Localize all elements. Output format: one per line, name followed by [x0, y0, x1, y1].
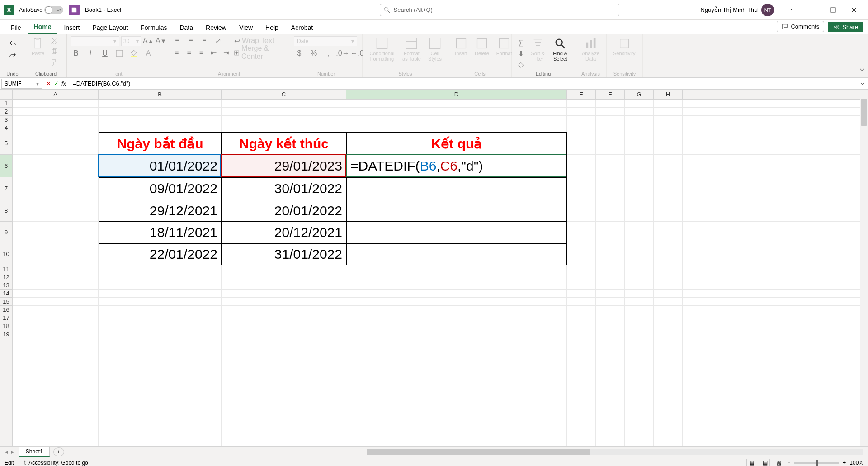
tab-file[interactable]: File [5, 21, 28, 34]
cell-D8[interactable] [346, 200, 567, 222]
spreadsheet-grid[interactable]: ABCDEFGH 12345678910111213141516171819 N… [0, 90, 868, 446]
vertical-scroll-thumb[interactable] [861, 99, 867, 126]
page-break-view-button[interactable]: ▧ [774, 459, 783, 466]
tab-data[interactable]: Data [173, 21, 199, 34]
undo-button[interactable] [7, 39, 18, 48]
cell-B10[interactable]: 22/01/2022 [99, 243, 222, 265]
cells-area[interactable]: Ngày bắt đầuNgày kết thúcKết quả01/01/20… [13, 100, 860, 446]
cell-styles-button[interactable]: Cell Styles [425, 36, 444, 62]
name-box[interactable]: SUMIF▾ [1, 79, 42, 89]
search-input[interactable]: Search (Alt+Q) [380, 4, 619, 16]
cell-C5[interactable]: Ngày kết thúc [222, 132, 346, 155]
cell-B6[interactable]: 01/01/2022 [99, 155, 222, 177]
insert-cells-button[interactable]: Insert [452, 36, 470, 57]
column-header-H[interactable]: H [654, 90, 683, 99]
horizontal-scroll-thumb[interactable] [367, 449, 590, 455]
cell-C7[interactable]: 30/01/2022 [222, 177, 346, 200]
tab-help[interactable]: Help [259, 21, 285, 34]
row-header-16[interactable]: 16 [0, 306, 12, 314]
font-color-button[interactable]: A [143, 49, 154, 58]
column-header-B[interactable]: B [99, 90, 222, 99]
autosave-toggle[interactable]: Off [44, 6, 63, 14]
cell-C10[interactable]: 31/01/2022 [222, 243, 346, 265]
save-icon[interactable] [69, 5, 80, 15]
redo-button[interactable] [7, 51, 18, 60]
tab-page-layout[interactable]: Page Layout [86, 21, 134, 34]
collapse-ribbon-icon[interactable] [859, 67, 865, 75]
font-name-select[interactable]: ▾ [71, 36, 119, 46]
align-middle-button[interactable]: ≡ [185, 36, 196, 45]
align-left-button[interactable]: ≡ [172, 48, 181, 57]
vertical-scrollbar[interactable] [860, 90, 868, 446]
zoom-out-button[interactable]: − [787, 460, 790, 466]
cell-C9[interactable]: 20/12/2021 [222, 222, 346, 243]
tab-view[interactable]: View [233, 21, 259, 34]
clear-button[interactable]: ◇ [515, 60, 526, 69]
format-cells-button[interactable]: Format [494, 36, 515, 57]
font-size-select[interactable]: 30▾ [121, 36, 141, 46]
new-sheet-button[interactable]: + [53, 447, 64, 456]
row-header-10[interactable]: 10 [0, 243, 12, 265]
increase-decimal-button[interactable]: .0→ [337, 49, 348, 58]
cell-B7[interactable]: 09/01/2022 [99, 177, 222, 200]
italic-button[interactable]: I [85, 49, 96, 58]
row-header-9[interactable]: 9 [0, 222, 12, 243]
column-header-D[interactable]: D [346, 90, 567, 99]
sheet-nav-next[interactable]: ► [10, 449, 15, 455]
row-header-7[interactable]: 7 [0, 177, 12, 200]
align-bottom-button[interactable]: ≡ [199, 36, 210, 45]
formula-input[interactable]: =DATEDIF(B6,C6,"d") [69, 80, 857, 87]
increase-font-button[interactable]: A▲ [143, 36, 154, 45]
sheet-nav-prev[interactable]: ◄ [4, 449, 9, 455]
row-header-13[interactable]: 13 [0, 281, 12, 290]
share-button[interactable]: Share [828, 22, 863, 32]
insert-function-button[interactable]: fx [61, 80, 66, 87]
row-header-17[interactable]: 17 [0, 314, 12, 322]
decrease-font-button[interactable]: A▼ [156, 36, 166, 45]
close-icon[interactable] [844, 3, 864, 17]
sort-filter-button[interactable]: Sort & Filter [528, 36, 548, 62]
cell-D10[interactable] [346, 243, 567, 265]
fill-color-button[interactable] [128, 49, 139, 58]
analyze-data-button[interactable]: Analyze Data [579, 36, 603, 62]
row-header-8[interactable]: 8 [0, 200, 12, 222]
row-header-5[interactable]: 5 [0, 132, 12, 155]
row-header-14[interactable]: 14 [0, 290, 12, 298]
sensitivity-button[interactable]: Sensitivity [610, 36, 638, 57]
ribbon-display-icon[interactable] [781, 3, 802, 17]
cell-D9[interactable] [346, 222, 567, 243]
bold-button[interactable]: B [71, 49, 81, 58]
autosum-button[interactable]: ∑ [515, 38, 526, 47]
decrease-decimal-button[interactable]: ←.0 [352, 49, 363, 58]
format-as-table-button[interactable]: Format as Table [400, 36, 424, 62]
conditional-formatting-button[interactable]: Conditional Formatting [366, 36, 398, 62]
row-header-4[interactable]: 4 [0, 124, 12, 132]
row-header-15[interactable]: 15 [0, 298, 12, 306]
cell-D5[interactable]: Kết quả [346, 132, 567, 155]
column-header-C[interactable]: C [222, 90, 346, 99]
cell-D6[interactable]: =DATEDIF(B6,C6,"d") [346, 155, 567, 177]
orientation-button[interactable]: ⤢ [212, 36, 223, 45]
row-header-2[interactable]: 2 [0, 108, 12, 116]
border-button[interactable] [114, 49, 125, 58]
column-header-F[interactable]: F [596, 90, 625, 99]
format-painter-button[interactable] [49, 58, 60, 67]
row-header-6[interactable]: 6 [0, 155, 12, 177]
enter-formula-button[interactable]: ✓ [54, 80, 59, 87]
expand-formula-bar-button[interactable] [857, 81, 868, 86]
delete-cells-button[interactable]: Delete [472, 36, 492, 57]
column-header-A[interactable]: A [13, 90, 99, 99]
comments-button[interactable]: Comments [777, 21, 824, 32]
wrap-text-button[interactable]: ↩Wrap Text [234, 36, 274, 45]
cell-B8[interactable]: 29/12/2021 [99, 200, 222, 222]
align-top-button[interactable]: ≡ [172, 36, 183, 45]
merge-center-button[interactable]: ⊞Merge & Center [234, 48, 286, 57]
sheet-tab-sheet1[interactable]: Sheet1 [19, 447, 50, 457]
fill-button[interactable]: ⬇ [515, 49, 526, 58]
status-accessibility[interactable]: Accessibility: Good to go [22, 460, 88, 466]
row-header-12[interactable]: 12 [0, 273, 12, 281]
column-header-E[interactable]: E [567, 90, 596, 99]
cut-button[interactable] [49, 36, 60, 45]
row-header-19[interactable]: 19 [0, 330, 12, 338]
paste-button[interactable]: Paste [29, 36, 47, 57]
